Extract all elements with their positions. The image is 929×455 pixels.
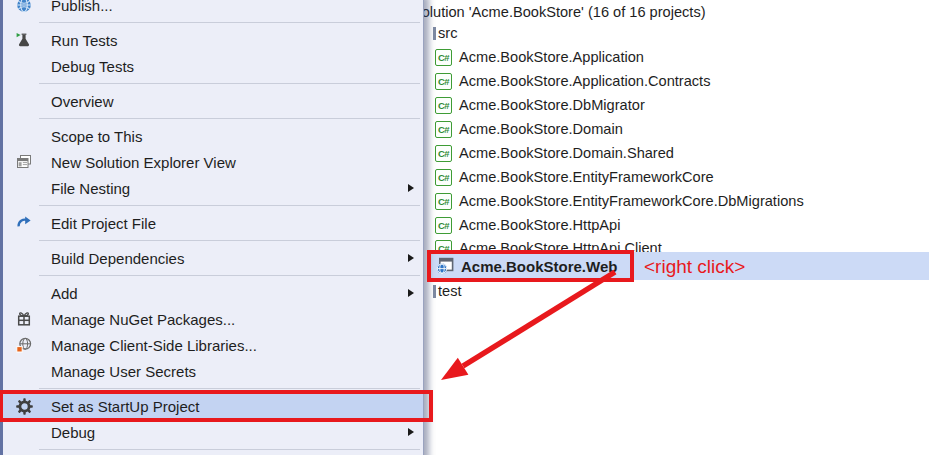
tree-row-label: Acme.BookStore.Web [461,258,617,275]
menu-item-set-as-startup-project[interactable]: Set as StartUp Project [3,393,423,419]
menu-item-manage-nuget-packages[interactable]: Manage NuGet Packages... [3,306,423,332]
startup-gear-icon [11,398,37,415]
tree-row-label: Acme.BookStore.HttpApi [459,217,620,233]
menu-item-build-dependencies[interactable]: Build Dependencies [3,245,423,271]
menu-item-publish[interactable]: Publish... [3,0,423,18]
new-solution-explorer-view-icon [11,154,37,170]
tree-row-label: Acme.BookStore.Application [459,49,644,65]
menu-item-debug-tests[interactable]: Debug Tests [3,53,423,79]
tree-row-src[interactable]: src [433,21,457,45]
menu-separator [3,384,423,393]
csharp-project-icon: C# [435,193,452,210]
menu-item-debug[interactable]: Debug [3,419,423,445]
submenu-chevron-icon [408,428,414,436]
tree-row-acme-bookstore-web[interactable]: Acme.BookStore.Web [430,252,929,280]
menu-item-label: Build Dependencies [51,250,184,267]
menu-item-run-tests[interactable]: Run Tests [3,27,423,53]
menu-item-label: Run Tests [51,32,117,49]
menu-item-label: File Nesting [51,180,130,197]
tree-row-acme-bookstore-entityframeworkcore[interactable]: C#Acme.BookStore.EntityFrameworkCore [435,165,714,189]
tree-row-label: src [438,25,457,41]
tree-row-label: Acme.BookStore.EntityFrameworkCore [459,169,714,185]
tree-row-test[interactable]: test [433,279,462,303]
submenu-chevron-icon [408,184,414,192]
csharp-project-icon: C# [435,49,452,66]
menu-item-manage-user-secrets[interactable]: Manage User Secrets [3,358,423,384]
menu-separator [3,236,423,245]
tree-row-label: Acme.BookStore.Domain.Shared [459,145,674,161]
folder-icon [433,27,436,40]
csharp-project-icon: C# [435,97,452,114]
menu-item-label: Edit Project File [51,215,156,232]
project-context-menu: Publish...Run TestsDebug TestsOverviewSc… [0,0,424,455]
menu-item-add[interactable]: Add [3,280,423,306]
menu-item-edit-project-file[interactable]: Edit Project File [3,210,423,236]
tree-row-acme-bookstore-domain-shared[interactable]: C#Acme.BookStore.Domain.Shared [435,141,674,165]
menu-item-label: Publish... [51,0,113,14]
csharp-project-icon: C# [435,121,452,138]
csharp-project-icon: C# [435,73,452,90]
menu-item-label: Debug [51,424,95,441]
screenshot-root: Solution 'Acme.BookStore' (16 of 16 proj… [0,0,929,455]
csharp-project-icon: C# [435,169,452,186]
menu-item-label: Manage User Secrets [51,363,196,380]
csharp-project-icon: C# [435,145,452,162]
menu-item-overview[interactable]: Overview [3,88,423,114]
menu-separator [3,79,423,88]
tree-row-acme-bookstore-entityframeworkcore-dbmigrations[interactable]: C#Acme.BookStore.EntityFrameworkCore.DbM… [435,189,804,213]
publish-icon [11,0,37,13]
tree-row-acme-bookstore-dbmigrator[interactable]: C#Acme.BookStore.DbMigrator [435,93,645,117]
tree-row-acme-bookstore-httpapi[interactable]: C#Acme.BookStore.HttpApi [435,213,620,237]
tree-row-label: Solution 'Acme.BookStore' (16 of 16 proj… [412,4,706,20]
menu-separator [3,271,423,280]
client-side-libraries-icon [11,337,37,353]
csharp-project-icon: C# [435,217,452,234]
tree-row-acme-bookstore-domain[interactable]: C#Acme.BookStore.Domain [435,117,623,141]
menu-item-label: Add [51,285,78,302]
tree-row-acme-bookstore-application-contracts[interactable]: C#Acme.BookStore.Application.Contracts [435,69,710,93]
tree-row-label: test [438,283,462,299]
tree-row-label: Acme.BookStore.Application.Contracts [459,73,710,89]
menu-item-label: Set as StartUp Project [51,398,199,415]
tree-row-acme-bookstore-application[interactable]: C#Acme.BookStore.Application [435,45,644,69]
menu-item-label: Debug Tests [51,58,134,75]
tree-row-label: Acme.BookStore.EntityFrameworkCore.DbMig… [459,193,804,209]
submenu-chevron-icon [408,289,414,297]
menu-item-new-solution-explorer-view[interactable]: New Solution Explorer View [3,149,423,175]
web-project-icon [436,257,454,275]
menu-item-label: Manage NuGet Packages... [51,311,235,328]
run-tests-icon [11,32,37,48]
tree-row-label: Acme.BookStore.Domain [459,121,623,137]
nuget-package-icon [11,311,37,327]
menu-separator [3,201,423,210]
menu-item-manage-client-side-libraries[interactable]: Manage Client-Side Libraries... [3,332,423,358]
menu-item-file-nesting[interactable]: File Nesting [3,175,423,201]
menu-item-scope-to-this[interactable]: Scope to This [3,123,423,149]
menu-item-label: Manage Client-Side Libraries... [51,337,257,354]
menu-item-label: New Solution Explorer View [51,154,236,171]
tree-row-label: Acme.BookStore.DbMigrator [459,97,645,113]
folder-icon [433,285,436,298]
menu-separator [3,114,423,123]
menu-item-label: Scope to This [51,128,142,145]
menu-item-label: Overview [51,93,114,110]
menu-separator [3,18,423,27]
menu-separator [3,445,423,454]
edit-project-file-icon [11,215,37,231]
submenu-chevron-icon [408,254,414,262]
